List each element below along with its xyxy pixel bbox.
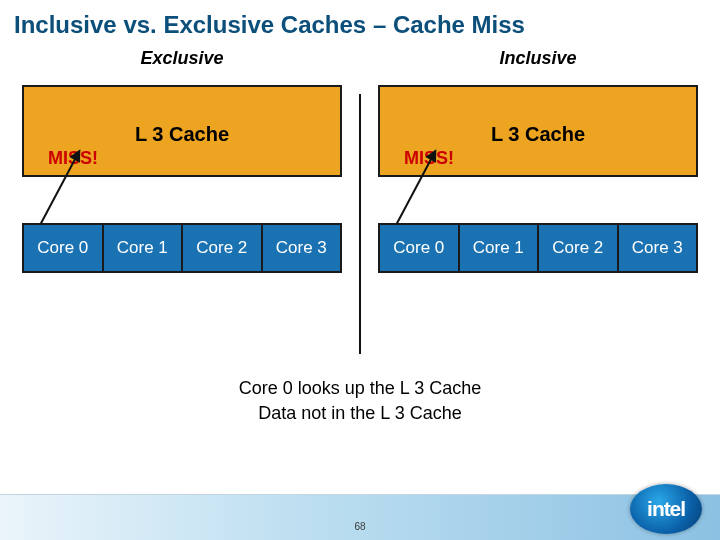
core-box: Core 0: [378, 223, 460, 273]
intel-logo-text: intel: [647, 498, 685, 521]
center-divider: [359, 94, 361, 354]
core-box: Core 0: [22, 223, 104, 273]
intel-logo: intel: [630, 484, 702, 534]
core-box: Core 3: [617, 223, 699, 273]
inclusive-l3-miss: MISS!: [404, 148, 686, 169]
exclusive-cores: Core 0 Core 1 Core 2 Core 3: [22, 223, 342, 273]
inclusive-l3-cache: L 3 Cache MISS!: [378, 85, 698, 177]
core-box: Core 3: [261, 223, 343, 273]
center-divider-wrap: [355, 48, 365, 354]
page-number: 68: [354, 521, 365, 532]
exclusive-arrow-gap: [22, 177, 342, 223]
core-box: Core 1: [102, 223, 184, 273]
caption-line-1: Core 0 looks up the L 3 Cache: [0, 376, 720, 401]
core-box: Core 2: [537, 223, 619, 273]
footer-band: [0, 494, 720, 540]
inclusive-l3-title: L 3 Cache: [390, 123, 686, 146]
core-box: Core 2: [181, 223, 263, 273]
inclusive-cores: Core 0 Core 1 Core 2 Core 3: [378, 223, 698, 273]
caption-line-2: Data not in the L 3 Cache: [0, 401, 720, 426]
diagram-area: Exclusive L 3 Cache MISS! Core 0 Core 1 …: [0, 46, 720, 354]
exclusive-l3-cache: L 3 Cache MISS!: [22, 85, 342, 177]
inclusive-arrow-gap: [378, 177, 698, 223]
inclusive-column: Inclusive L 3 Cache MISS! Core 0 Core 1 …: [378, 48, 698, 354]
exclusive-label: Exclusive: [22, 48, 342, 69]
inclusive-label: Inclusive: [378, 48, 698, 69]
exclusive-l3-miss: MISS!: [48, 148, 330, 169]
exclusive-l3-title: L 3 Cache: [34, 123, 330, 146]
slide-title: Inclusive vs. Exclusive Caches – Cache M…: [0, 0, 720, 46]
exclusive-column: Exclusive L 3 Cache MISS! Core 0 Core 1 …: [22, 48, 342, 354]
caption: Core 0 looks up the L 3 Cache Data not i…: [0, 376, 720, 426]
core-box: Core 1: [458, 223, 540, 273]
